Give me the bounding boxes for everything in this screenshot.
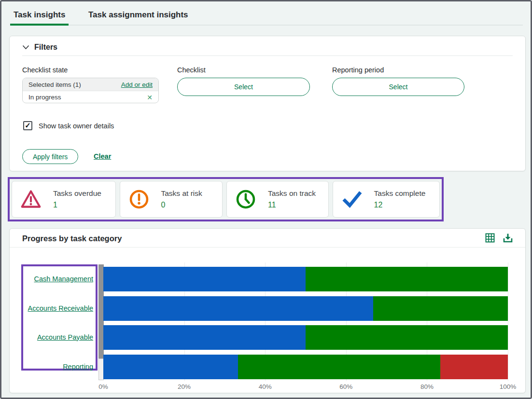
x-tick-label: 0%	[98, 383, 108, 390]
bar-segment-on_track[interactable]	[238, 355, 440, 379]
download-icon[interactable]	[503, 233, 513, 243]
kpi-value: 12	[374, 201, 426, 209]
warning-triangle-icon	[20, 189, 42, 210]
selected-items-summary: Selected items (1)	[28, 81, 81, 88]
category-link-cash-management[interactable]: Cash Management	[10, 275, 93, 283]
kpi-value: 1	[53, 201, 101, 209]
checkmark-icon	[341, 189, 363, 210]
alert-circle-icon	[128, 189, 150, 210]
bar-segment-complete[interactable]	[103, 325, 306, 350]
category-link-reporting[interactable]: Reporting	[10, 363, 93, 371]
filters-separator	[22, 55, 513, 56]
bar-segment-overdue[interactable]	[440, 355, 508, 379]
gridline	[508, 262, 508, 381]
show-task-owner-checkbox[interactable]: ✓	[23, 121, 32, 130]
tab-task-assignment-insights[interactable]: Task assignment insights	[88, 10, 188, 20]
chevron-down-icon	[22, 45, 29, 50]
x-tick-label: 60%	[339, 383, 352, 390]
kpi-label: Tasks overdue	[53, 189, 101, 198]
bar-segment-on_track[interactable]	[306, 325, 508, 350]
kpi-card-tasks-overdue: Tasks overdue 1	[12, 181, 116, 218]
bar-segment-complete[interactable]	[103, 267, 306, 291]
kpi-highlight-box: Tasks overdue 1 Tasks at risk 0 Task	[8, 177, 444, 221]
filters-title: Filters	[34, 43, 57, 52]
show-task-owner-row[interactable]: ✓ Show task owner details	[23, 121, 114, 130]
kpi-value: 0	[161, 201, 202, 209]
kpi-card-tasks-at-risk: Tasks at risk 0	[120, 181, 223, 218]
reporting-period-label: Reporting period	[332, 66, 384, 74]
x-tick-label: 80%	[420, 383, 434, 390]
checklist-state-selected-box: Selected items (1) Add or edit In progre…	[22, 78, 159, 103]
checklist-state-label: Checklist state	[22, 66, 68, 74]
kpi-label: Tasks complete	[374, 189, 426, 198]
kpi-card-tasks-complete: Tasks complete 12	[333, 181, 440, 218]
x-tick-label: 40%	[259, 383, 272, 390]
bar-reporting	[103, 355, 508, 379]
tab-bar: Task insights Task assignment insights	[10, 10, 523, 26]
filters-panel: Filters Checklist state Selected items (…	[9, 36, 526, 171]
bar-segment-on_track[interactable]	[306, 267, 508, 291]
progress-chart-panel: Progress by task category Cash Managemen…	[9, 228, 526, 393]
clear-filters-link[interactable]: Clear	[94, 152, 111, 160]
kpi-card-tasks-on-track: Tasks on track 11	[226, 181, 329, 218]
chart-x-axis: 0%20%40%60%80%100%	[103, 383, 508, 392]
show-task-owner-label: Show task owner details	[39, 122, 114, 130]
tabbar-baseline	[10, 25, 523, 26]
bar-segment-on_track[interactable]	[373, 296, 508, 321]
bar-accounts-payable	[103, 325, 508, 350]
add-or-edit-link[interactable]: Add or edit	[121, 81, 153, 88]
filters-collapse-toggle[interactable]: Filters	[22, 43, 57, 52]
reporting-period-select-button[interactable]: Select	[332, 78, 464, 96]
kpi-label: Tasks on track	[268, 189, 316, 198]
chart-title-separator	[10, 247, 525, 248]
table-view-icon[interactable]	[485, 233, 495, 243]
category-link-accounts-receivable[interactable]: Accounts Receivable	[10, 304, 93, 312]
kpi-label: Tasks at risk	[161, 189, 202, 198]
remove-item-icon[interactable]: ✕	[147, 94, 153, 101]
checkmark-glyph: ✓	[25, 121, 31, 130]
chart-plot-area	[103, 262, 508, 381]
clock-icon	[235, 189, 256, 210]
apply-filters-button[interactable]: Apply filters	[22, 149, 78, 164]
selected-item-value: In progress	[28, 94, 61, 101]
bar-accounts-receivable	[103, 296, 508, 321]
bar-segment-complete[interactable]	[103, 296, 373, 321]
checklist-label: Checklist	[177, 66, 206, 74]
app-window: Task insights Task assignment insights F…	[0, 0, 532, 399]
chart-title: Progress by task category	[22, 234, 122, 243]
x-tick-label: 100%	[500, 383, 517, 390]
kpi-value: 11	[268, 201, 316, 209]
checklist-select-button[interactable]: Select	[177, 78, 310, 96]
category-link-accounts-payable[interactable]: Accounts Payable	[10, 333, 93, 341]
x-tick-label: 20%	[178, 383, 191, 390]
bar-segment-complete[interactable]	[103, 355, 238, 379]
tab-task-insights[interactable]: Task insights	[14, 10, 65, 20]
bar-cash-management	[103, 267, 508, 291]
